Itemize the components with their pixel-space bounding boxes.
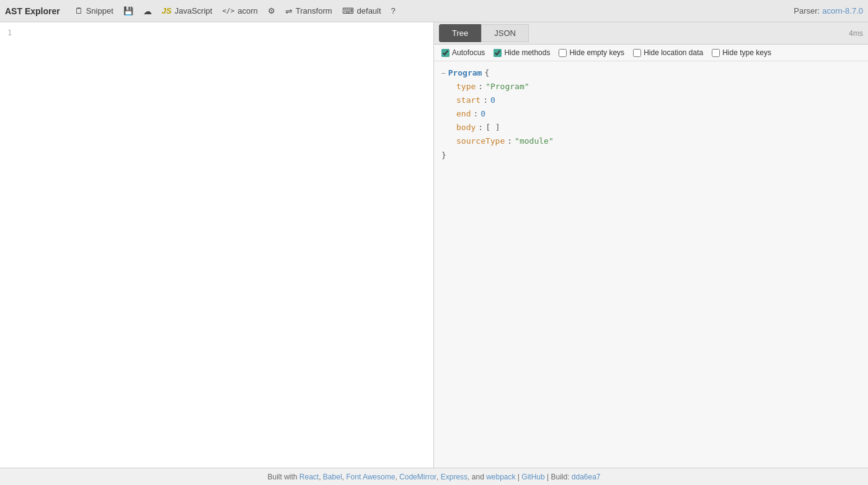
top-nav: AST Explorer 🗒 Snippet 💾 ☁ JS JavaScript… xyxy=(0,0,868,22)
footer-react-link[interactable]: React xyxy=(299,473,319,481)
line-numbers: 1 xyxy=(7,27,18,463)
start-value: 0 xyxy=(490,94,495,107)
hide-location-data-option[interactable]: Hide location data xyxy=(633,48,703,57)
source-type-value: "module" xyxy=(515,134,554,148)
save-nav-item[interactable]: 💾 xyxy=(118,4,138,18)
ast-prop-type: type : "Program" xyxy=(441,80,861,94)
editor-panel: 1 xyxy=(0,22,434,468)
body-value: [ ] xyxy=(485,121,500,134)
cloud-nav-item[interactable]: ☁ xyxy=(138,4,157,19)
ast-prop-start: start : 0 xyxy=(441,94,861,107)
source-type-colon: : xyxy=(507,134,512,148)
hide-type-keys-checkbox[interactable] xyxy=(712,49,720,57)
gear-icon: ⚙ xyxy=(268,6,275,15)
hide-methods-label: Hide methods xyxy=(504,48,550,57)
js-icon: JS xyxy=(162,6,172,15)
tab-json[interactable]: JSON xyxy=(481,24,529,42)
footer-text-built: Built with xyxy=(267,473,299,481)
keybinding-nav-item[interactable]: ⌨ default xyxy=(337,4,386,18)
hide-type-keys-option[interactable]: Hide type keys xyxy=(712,48,771,57)
help-icon: ? xyxy=(391,6,396,15)
ast-prop-body: body : [ ] xyxy=(441,121,861,134)
snippet-nav-item[interactable]: 🗒 Snippet xyxy=(70,4,118,18)
type-colon: : xyxy=(478,80,483,94)
end-value: 0 xyxy=(480,107,485,121)
parse-time: 4ms xyxy=(849,29,863,38)
end-key: end xyxy=(456,107,471,121)
language-nav-item[interactable]: JS JavaScript xyxy=(157,4,218,18)
parser-info: Parser: acorn-8.7.0 xyxy=(794,6,863,15)
footer-express-link[interactable]: Express xyxy=(441,473,467,481)
hide-location-data-label: Hide location data xyxy=(644,48,703,57)
source-type-key: sourceType xyxy=(456,134,505,148)
code-editor[interactable] xyxy=(18,27,426,463)
hide-empty-keys-checkbox[interactable] xyxy=(559,49,567,57)
parser-version-link[interactable]: acorn-8.7.0 xyxy=(822,6,863,15)
hide-empty-keys-label: Hide empty keys xyxy=(569,48,624,57)
root-node-name: Program xyxy=(448,66,482,80)
footer-sep-2: , xyxy=(342,473,347,481)
start-colon: : xyxy=(483,94,488,107)
ast-panel-header: Tree JSON 4ms xyxy=(434,22,868,45)
footer-sep-4: , xyxy=(436,473,441,481)
footer-sep-3: , xyxy=(395,473,399,481)
root-toggle[interactable]: − xyxy=(441,68,446,80)
help-nav-item[interactable]: ? xyxy=(386,4,401,18)
parser-label: Parser: xyxy=(794,6,820,15)
settings-nav-item[interactable]: ⚙ xyxy=(263,4,280,18)
hide-methods-option[interactable]: Hide methods xyxy=(494,48,550,57)
ast-panel: Tree JSON 4ms Autofocus Hide methods Hid… xyxy=(434,22,868,468)
cloud-icon: ☁ xyxy=(143,6,152,16)
body-key: body xyxy=(456,121,476,134)
root-open-brace: { xyxy=(484,66,489,80)
line-number: 1 xyxy=(7,27,12,39)
ast-root-line: − Program { xyxy=(441,66,861,80)
footer-sep-7: | Build: xyxy=(545,473,572,481)
autofocus-label: Autofocus xyxy=(452,48,485,57)
end-colon: : xyxy=(473,107,478,121)
autofocus-option[interactable]: Autofocus xyxy=(441,48,485,57)
footer-sep-6: | xyxy=(516,473,522,481)
hide-location-data-checkbox[interactable] xyxy=(633,49,641,57)
type-key: type xyxy=(456,80,476,94)
ast-prop-end: end : 0 xyxy=(441,107,861,121)
hide-type-keys-label: Hide type keys xyxy=(722,48,771,57)
root-close-brace: } xyxy=(441,149,446,162)
ast-options-bar: Autofocus Hide methods Hide empty keys H… xyxy=(434,45,868,61)
footer-sep-5: , and xyxy=(467,473,486,481)
save-icon: 💾 xyxy=(123,6,133,15)
body-colon: : xyxy=(478,121,483,134)
type-value: "Program" xyxy=(485,80,529,94)
footer-sep-1: , xyxy=(319,473,323,481)
footer: Built with React , Babel , Font Awesome … xyxy=(0,468,868,485)
main-content: 1 Tree JSON 4ms Autofocus Hide methods H xyxy=(0,22,868,468)
transform-nav-item[interactable]: ⇌ Transform xyxy=(280,4,337,19)
footer-build-hash-link[interactable]: dda6ea7 xyxy=(572,473,601,481)
footer-github-link[interactable]: GitHub xyxy=(521,473,544,481)
parser-nav-item[interactable]: </> acorn xyxy=(217,4,262,18)
keyboard-icon: ⌨ xyxy=(342,6,354,15)
ast-close-brace-line: } xyxy=(441,149,861,162)
ast-prop-source-type: sourceType : "module" xyxy=(441,134,861,148)
hide-empty-keys-option[interactable]: Hide empty keys xyxy=(559,48,624,57)
footer-codemirror-link[interactable]: CodeMirror xyxy=(399,473,436,481)
hide-methods-checkbox[interactable] xyxy=(494,49,502,57)
tab-tree[interactable]: Tree xyxy=(439,24,481,42)
autofocus-checkbox[interactable] xyxy=(441,49,450,57)
ast-tree: − Program { type : "Program" start : 0 e… xyxy=(434,61,868,468)
transform-icon: ⇌ xyxy=(285,6,293,16)
start-key: start xyxy=(456,94,480,107)
app-logo: AST Explorer xyxy=(5,6,60,16)
snippet-icon: 🗒 xyxy=(75,6,83,15)
code-icon: </> xyxy=(222,7,234,15)
editor-content: 1 xyxy=(0,22,433,468)
footer-babel-link[interactable]: Babel xyxy=(323,473,342,481)
footer-fontawesome-link[interactable]: Font Awesome xyxy=(346,473,395,481)
footer-webpack-link[interactable]: webpack xyxy=(486,473,515,481)
